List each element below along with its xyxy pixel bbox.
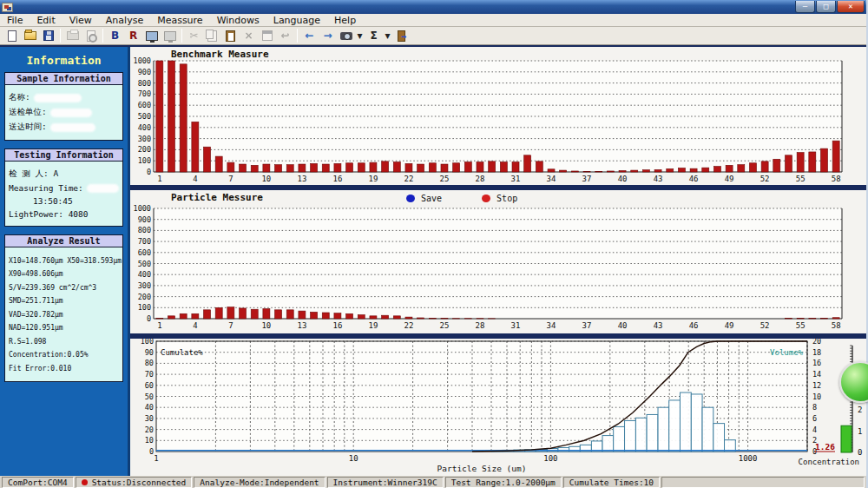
section-body: 检 测 人: AMeasuring Time:13:50:45LightPowe… <box>5 162 122 226</box>
bold-button[interactable]: B <box>106 28 124 44</box>
info-line-label: 13:50:45 <box>33 196 73 206</box>
svg-text:800: 800 <box>138 79 151 88</box>
status-segment-instrument: Instrument:Winner319C <box>327 477 444 488</box>
info-line: 名称: <box>9 92 119 103</box>
status-segment-test-range: Test Range:1.0-2000μm <box>445 477 562 488</box>
svg-text:2: 2 <box>858 406 862 414</box>
info-line: VAD=320.782μm <box>9 311 119 319</box>
info-line-label: X90=498.606μm <box>9 270 63 278</box>
info-line: NAD=120.951μm <box>9 324 119 332</box>
svg-text:58: 58 <box>832 175 841 183</box>
benchmark-measure-chart: 0100200300400500600700800900100014710131… <box>130 47 868 185</box>
print-icon <box>67 31 79 40</box>
section-analyze-result: Analyze ResultX10=148.760μm X50=318.593μ… <box>4 234 123 382</box>
svg-text:43: 43 <box>654 175 663 183</box>
info-line: SMD=251.711μm <box>9 297 119 305</box>
svg-text:600: 600 <box>138 248 151 257</box>
svg-text:600: 600 <box>138 101 151 109</box>
svg-text:100: 100 <box>543 454 557 463</box>
paste-button[interactable] <box>221 28 240 44</box>
svg-text:1000: 1000 <box>134 204 151 213</box>
svg-text:6: 6 <box>812 414 817 423</box>
sum-dropdown[interactable]: ▾ <box>383 28 392 44</box>
info-line-label: LightPower: 4080 <box>9 209 89 219</box>
redacted-value <box>87 184 119 193</box>
redacted-value <box>50 123 95 132</box>
status-segment-comport: ComPort:COM4 <box>2 477 74 488</box>
info-line-label: S/V=239.369 cm^2/cm^3 <box>9 284 96 292</box>
stop-legend-dot <box>482 195 490 202</box>
info-line: X10=148.760μm X50=318.593μm <box>9 257 119 265</box>
print-preview-icon <box>87 30 95 42</box>
new-button[interactable] <box>3 28 21 44</box>
svg-text:300: 300 <box>138 281 151 290</box>
menu-item-help[interactable]: Help <box>327 14 363 27</box>
delete-button: × <box>240 28 258 44</box>
red-button[interactable]: R <box>124 28 142 44</box>
information-panel: Information Sample Information名称:送检单位:送达… <box>0 47 130 476</box>
svg-text:400: 400 <box>138 123 151 132</box>
save-button[interactable] <box>39 28 57 44</box>
status-text: Status:Disconnected <box>92 478 187 487</box>
display-button[interactable] <box>142 28 161 44</box>
sum-button[interactable]: Σ <box>365 28 383 44</box>
info-line: R.S=1.098 <box>9 338 119 346</box>
menu-item-language[interactable]: Language <box>266 14 327 27</box>
svg-text:300: 300 <box>138 135 151 143</box>
snapshot-button[interactable] <box>337 28 355 44</box>
back-icon: ← <box>305 30 313 42</box>
section-header: Analyze Result <box>5 235 122 247</box>
back-button[interactable]: ← <box>300 28 319 44</box>
status-indicator-icon <box>82 479 88 485</box>
forward-button[interactable]: → <box>319 28 337 44</box>
menu-item-meassure[interactable]: Meassure <box>150 14 209 27</box>
svg-text:12: 12 <box>812 381 821 390</box>
close-button[interactable]: ✕ <box>837 1 865 13</box>
svg-text:40: 40 <box>618 321 628 330</box>
maximize-button[interactable]: □ <box>816 1 836 13</box>
svg-text:1: 1 <box>157 321 161 330</box>
svg-text:10: 10 <box>261 321 271 330</box>
status-segment-cumulate-times: Cumulate Times:10 <box>563 477 660 488</box>
svg-text:43: 43 <box>654 321 663 330</box>
svg-text:25: 25 <box>440 321 450 330</box>
info-line-label: Measuring Time: <box>9 183 83 193</box>
svg-text:1.26: 1.26 <box>815 442 835 452</box>
info-line: 13:50:45 <box>9 196 119 206</box>
legend-item-stop: Stop <box>482 194 517 203</box>
menu-item-edit[interactable]: Edit <box>30 14 62 27</box>
snapshot-dropdown[interactable]: ▾ <box>355 28 365 44</box>
application-window: — □ ✕ FileEditViewAnalyseMeassureWindows… <box>0 0 868 488</box>
menu-item-view[interactable]: View <box>62 14 99 27</box>
exit-button[interactable] <box>392 28 411 44</box>
svg-text:1000: 1000 <box>134 56 151 65</box>
toolbar: BR✂×↩←→▾Σ▾ <box>0 27 866 45</box>
svg-text:0: 0 <box>147 314 151 323</box>
svg-text:0: 0 <box>858 448 862 457</box>
menu-item-file[interactable]: File <box>0 14 30 27</box>
section-body: 名称:送检单位:送达时间: <box>5 85 122 140</box>
svg-text:55: 55 <box>796 321 806 330</box>
svg-text:49: 49 <box>725 175 734 183</box>
menu-item-windows[interactable]: Windows <box>210 14 266 27</box>
redacted-value <box>50 109 92 117</box>
status-text: Analyze-Mode:Independent <box>200 478 319 487</box>
svg-text:900: 900 <box>138 215 151 224</box>
info-line: 送达时间: <box>9 122 119 133</box>
sum-icon: Σ <box>370 30 377 42</box>
copy-button <box>203 28 221 44</box>
copy-icon <box>206 30 214 39</box>
svg-text:50: 50 <box>145 392 154 401</box>
info-line: Concentration:0.05% <box>9 351 119 359</box>
particle-measure-panel: Particle Messure Save Stop 0100200300400… <box>130 190 866 333</box>
svg-text:55: 55 <box>796 175 806 183</box>
info-line-label: X10=148.760μm X50=318.593μm <box>9 257 122 265</box>
cumulative-volume-panel: 010203040506070809010002468101214161820C… <box>130 339 866 476</box>
open-button[interactable] <box>21 28 39 44</box>
svg-text:1: 1 <box>858 427 862 436</box>
cut-button: ✂ <box>185 28 203 44</box>
menu-item-analyse[interactable]: Analyse <box>99 14 150 27</box>
svg-text:19: 19 <box>369 175 378 183</box>
window-controls: — □ ✕ <box>794 1 865 14</box>
minimize-button[interactable]: — <box>795 1 815 13</box>
